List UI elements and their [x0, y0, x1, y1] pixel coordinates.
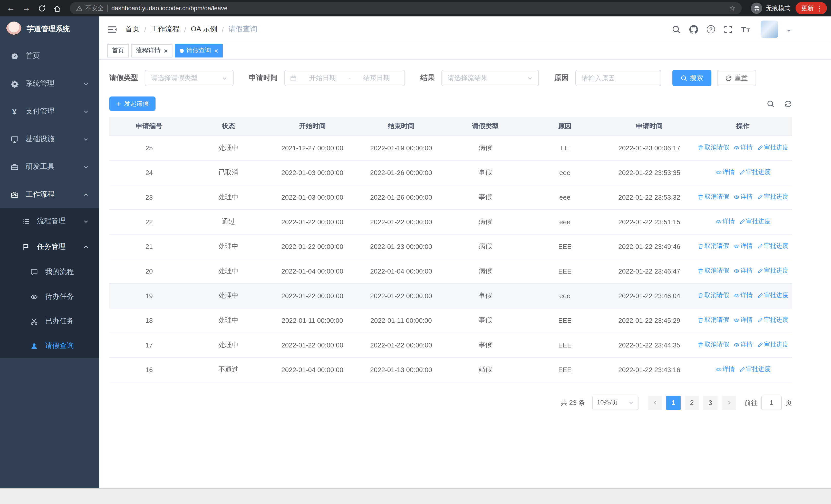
header-search-icon[interactable] [672, 25, 681, 34]
breadcrumb-oa-example[interactable]: OA 示例 [191, 25, 218, 34]
reset-button[interactable]: 重置 [717, 70, 756, 86]
tab-process-detail[interactable]: 流程详情 × [132, 44, 172, 57]
security-warning[interactable]: 不安全 [76, 4, 104, 12]
tabs-bar: 首页 流程详情 × 请假查询 × [99, 42, 831, 60]
result-select[interactable]: 请选择流结果 [441, 70, 539, 86]
col-leave-type: 请假类型 [446, 117, 525, 136]
prev-page-button[interactable] [648, 395, 662, 410]
leave-type-select[interactable]: 请选择请假类型 [145, 70, 233, 86]
fullscreen-icon[interactable] [724, 25, 733, 34]
cancel-link[interactable]: 取消请假 [697, 291, 729, 300]
detail-link[interactable]: 详情 [733, 242, 753, 251]
cancel-link[interactable]: 取消请假 [697, 340, 729, 349]
create-leave-button[interactable]: 发起请假 [109, 96, 155, 111]
app-logo[interactable]: 芋道管理系统 [0, 17, 99, 42]
url-text: dashboard.yudao.iocoder.cn/bpm/oa/leave [111, 5, 725, 12]
breadcrumb-home[interactable]: 首页 [125, 25, 140, 34]
cell-reason: EEE [525, 357, 605, 382]
sidebar-item-home[interactable]: 首页 [0, 42, 99, 70]
cancel-link[interactable]: 取消请假 [697, 242, 729, 251]
tab-home[interactable]: 首页 [107, 44, 129, 57]
sidebar-item-todo-task[interactable]: 待办任务 [0, 284, 99, 309]
sidebar-item-payment-management[interactable]: ¥支付管理 [0, 97, 99, 125]
browser-reload-icon[interactable] [35, 2, 48, 15]
breadcrumb-workflow[interactable]: 工作流程 [151, 25, 180, 34]
pagination: 共 23 条 10条/页 123 前往 页 [109, 395, 792, 410]
tab-leave-query[interactable]: 请假查询 × [175, 44, 223, 57]
detail-link[interactable]: 详情 [733, 316, 753, 325]
action-label: 详情 [740, 291, 753, 300]
search-button[interactable]: 搜索 [672, 70, 711, 86]
progress-link[interactable]: 审批进度 [739, 168, 771, 177]
sidebar-item-workflow[interactable]: 工作流程 [0, 181, 99, 208]
sidebar-item-dev-tools[interactable]: 研发工具 [0, 153, 99, 181]
page-size-select[interactable]: 10条/页 [592, 395, 638, 410]
apply-time-range-picker[interactable]: 开始日期 - 结束日期 [284, 70, 405, 86]
monitor-icon [10, 135, 19, 143]
cancel-link[interactable]: 取消请假 [697, 144, 729, 152]
sidebar-item-task-management[interactable]: 任务管理 [0, 234, 99, 260]
leave-type-label: 请假类型 [109, 73, 138, 83]
progress-link[interactable]: 审批进度 [757, 340, 789, 349]
detail-link[interactable]: 详情 [715, 168, 735, 177]
progress-link[interactable]: 审批进度 [757, 316, 789, 325]
browser-back-icon[interactable]: ← [4, 2, 18, 15]
github-icon[interactable] [689, 25, 698, 34]
sidebar-item-system-management[interactable]: 系统管理 [0, 70, 99, 97]
progress-link[interactable]: 审批进度 [739, 365, 771, 374]
toggle-search-icon[interactable] [767, 100, 775, 108]
leave-table-body: 25处理中2021-12-27 00:00:002022-01-19 00:00… [109, 136, 792, 382]
progress-link[interactable]: 审批进度 [757, 291, 789, 300]
cell-start-time: 2021-12-27 00:00:00 [268, 136, 357, 160]
cell-request-id: 17 [109, 333, 189, 357]
sidebar-item-process-management[interactable]: 流程管理 [0, 208, 99, 234]
next-page-button[interactable] [722, 395, 736, 410]
sidebar-item-my-process[interactable]: 我的流程 [0, 260, 99, 284]
help-icon[interactable]: ? [707, 25, 715, 33]
page-button-2[interactable]: 2 [685, 395, 699, 410]
avatar-caret-icon[interactable] [787, 30, 791, 34]
page-button-3[interactable]: 3 [703, 395, 718, 410]
update-label: 更新 [801, 4, 813, 12]
close-icon[interactable]: × [214, 47, 218, 54]
table-refresh-icon[interactable] [784, 100, 792, 108]
font-size-icon[interactable]: TT [741, 25, 750, 34]
progress-link[interactable]: 审批进度 [757, 193, 789, 202]
cancel-link[interactable]: 取消请假 [697, 267, 729, 275]
browser-forward-icon[interactable]: → [20, 2, 33, 15]
progress-link[interactable]: 审批进度 [757, 144, 789, 152]
sidebar-item-leave-query[interactable]: 请假查询 [0, 334, 99, 358]
action-label: 详情 [740, 316, 753, 325]
sidebar-item-done-task[interactable]: 已办任务 [0, 309, 99, 334]
action-label: 审批进度 [764, 291, 789, 300]
address-bar[interactable]: 不安全 dashboard.yudao.iocoder.cn/bpm/oa/le… [70, 2, 742, 14]
delete-icon [697, 342, 704, 348]
detail-link[interactable]: 详情 [715, 217, 735, 226]
progress-link[interactable]: 审批进度 [757, 242, 789, 251]
detail-link[interactable]: 详情 [733, 193, 753, 202]
detail-link[interactable]: 详情 [733, 144, 753, 152]
browser-menu-dots-icon[interactable]: ⋮ [816, 5, 823, 12]
browser-update-button[interactable]: 更新 ⋮ [796, 2, 827, 14]
cell-actions: 详情审批进度 [694, 357, 792, 382]
cell-end-time: 2022-01-22 00:00:00 [357, 209, 446, 234]
cancel-link[interactable]: 取消请假 [697, 193, 729, 202]
user-avatar[interactable] [761, 21, 778, 38]
cancel-link[interactable]: 取消请假 [697, 316, 729, 325]
cell-actions: 取消请假详情审批进度 [694, 283, 792, 308]
progress-link[interactable]: 审批进度 [739, 217, 771, 226]
close-icon[interactable]: × [164, 47, 168, 54]
bookmark-star-icon[interactable]: ☆ [729, 4, 736, 12]
goto-page-input[interactable] [761, 395, 782, 410]
page-button-1[interactable]: 1 [666, 395, 681, 410]
sidebar-toggle-icon[interactable] [107, 24, 117, 34]
detail-link[interactable]: 详情 [733, 267, 753, 275]
detail-link[interactable]: 详情 [733, 340, 753, 349]
progress-link[interactable]: 审批进度 [757, 267, 789, 275]
reason-input[interactable] [576, 70, 660, 86]
detail-link[interactable]: 详情 [715, 365, 735, 374]
dashboard-icon [10, 52, 19, 60]
detail-link[interactable]: 详情 [733, 291, 753, 300]
browser-home-icon[interactable] [50, 2, 64, 15]
sidebar-item-infrastructure[interactable]: 基础设施 [0, 125, 99, 153]
